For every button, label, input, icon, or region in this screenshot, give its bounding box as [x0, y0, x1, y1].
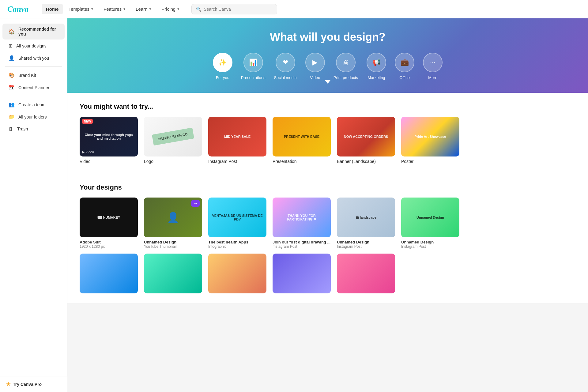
- sidebar-item-recommended[interactable]: 🏠 Recommended for you: [2, 24, 65, 40]
- marketing-icon: 📢: [367, 53, 386, 72]
- search-bar[interactable]: 🔍: [191, 4, 277, 14]
- bottom-design-2[interactable]: [144, 254, 202, 293]
- grid-icon: ⊞: [9, 43, 13, 49]
- more-icon: ···: [423, 53, 443, 72]
- folder-icon: 📁: [9, 114, 15, 120]
- design-card-adobe-suit[interactable]: ⌨ NUMAKEY Adobe Suit 588 x 392 px: [80, 198, 138, 249]
- hero-icon-marketing[interactable]: 📢 Marketing: [367, 53, 386, 80]
- design-unnamed-3-img: Unnamed Design: [401, 198, 459, 237]
- template-card-instagram[interactable]: MID YEAR SALE Instagram Post: [208, 117, 266, 164]
- hero-title: What will you design?: [67, 31, 588, 43]
- hero-active-indicator: [325, 80, 331, 84]
- sidebar-divider-1: [5, 66, 62, 67]
- main-content: What will you design? ✨ For you 📊 Presen…: [67, 18, 588, 392]
- design-adobe-suit-img: ⌨ NUMAKEY: [80, 198, 138, 237]
- hero-category-icons: ✨ For you 📊 Presentations ❤ Social media…: [67, 53, 588, 80]
- person-icon: 👤: [9, 55, 15, 61]
- design-card-menu-button[interactable]: ···: [191, 200, 200, 207]
- design-card-unnamed-2[interactable]: 🏔 landscape Unnamed Design Instagram Pos…: [337, 198, 395, 249]
- bottom-design-3[interactable]: [208, 254, 266, 293]
- sidebar-item-trash[interactable]: 🗑 Trash: [2, 123, 65, 135]
- sidebar-item-brand-kit[interactable]: 🎨 Brand Kit: [2, 69, 65, 81]
- hero-icon-office[interactable]: 💼 Office: [395, 53, 414, 80]
- design-digital-drawing-img: THANK YOU FOR PARTICIPATING ❤: [273, 198, 331, 237]
- design-card-unnamed-1[interactable]: 👤 ··· Unnamed Design YouTube Thumbnail: [144, 198, 202, 249]
- bottom-cards: [80, 254, 576, 293]
- design-card-health-apps[interactable]: VENTAJAS DE UN SISTEMA DE PDV The best h…: [208, 198, 266, 249]
- nav-links: Home Templates▼ Features▼ Learn▼ Pricing…: [42, 4, 184, 14]
- search-input[interactable]: [204, 7, 273, 12]
- design-health-apps-img: VENTAJAS DE UN SISTEMA DE PDV: [208, 198, 266, 237]
- sidebar-divider-2: [5, 96, 62, 96]
- try-section-title: You might want to try...: [80, 103, 576, 111]
- presentations-icon: 📊: [243, 53, 263, 72]
- hero-banner: What will you design? ✨ For you 📊 Presen…: [67, 18, 588, 93]
- hero-icon-for-you[interactable]: ✨ For you: [213, 53, 232, 80]
- new-badge: NEW: [82, 119, 93, 124]
- your-designs-section: Your designs ⌨ NUMAKEY Adobe Suit 1920 x…: [67, 174, 588, 254]
- template-card-poster[interactable]: Pride Art Showcase Poster: [401, 117, 459, 164]
- design-card-unnamed-3[interactable]: Unnamed Design Unnamed Design Instagram …: [401, 198, 459, 249]
- paint-icon: 🎨: [9, 72, 15, 78]
- sidebar-item-create-team[interactable]: 👥 Create a team: [2, 99, 65, 111]
- nav-learn[interactable]: Learn▼: [131, 4, 156, 14]
- social-media-icon: ❤: [276, 53, 295, 72]
- nav-home[interactable]: Home: [42, 4, 63, 14]
- bottom-design-1[interactable]: [80, 254, 138, 293]
- home-icon: 🏠: [9, 29, 15, 35]
- video-icon: ▶: [305, 53, 325, 72]
- template-presentation-img: PRESENT WITH EASE: [273, 117, 331, 156]
- try-section: You might want to try... NEW Clear your …: [67, 93, 588, 174]
- template-card-presentation[interactable]: PRESENT WITH EASE Presentation: [273, 117, 331, 164]
- hero-icon-presentations[interactable]: 📊 Presentations: [241, 53, 266, 80]
- topnav: Canva Home Templates▼ Features▼ Learn▼ P…: [0, 0, 588, 18]
- design-cards-row: ⌨ NUMAKEY Adobe Suit 588 x 392 px 👤 ··…: [80, 198, 576, 249]
- trash-icon: 🗑: [9, 126, 13, 132]
- star-icon: ★: [6, 381, 10, 387]
- template-card-banner[interactable]: NOW ACCEPTING ORDERS Banner (Landscape): [337, 117, 395, 164]
- sidebar-item-content-planner[interactable]: 📅 Content Planner: [2, 81, 65, 93]
- your-designs-title: Your designs: [80, 183, 576, 191]
- template-logo-img: GREEN FRESH CO.: [144, 117, 202, 156]
- template-card-logo[interactable]: GREEN FRESH CO. Logo: [144, 117, 202, 164]
- bottom-img-3: [208, 254, 266, 293]
- hero-icon-print[interactable]: 🖨 Print products: [334, 53, 358, 80]
- print-icon: 🖨: [336, 53, 356, 72]
- bottom-img-5: [337, 254, 395, 293]
- design-unnamed-2-img: 🏔 landscape: [337, 198, 395, 237]
- bottom-img-1: [80, 254, 138, 293]
- nav-pricing[interactable]: Pricing▼: [157, 4, 184, 14]
- template-cards-row: NEW Clear your mind through yoga and med…: [80, 117, 576, 164]
- hero-icon-social-media[interactable]: ❤ Social media: [274, 53, 296, 80]
- sidebar: 🏠 Recommended for you ⊞ All your designs…: [0, 18, 67, 392]
- bottom-designs-row: [67, 254, 588, 303]
- calendar-icon: 📅: [9, 85, 15, 90]
- bottom-design-5[interactable]: [337, 254, 395, 293]
- canva-logo[interactable]: Canva: [7, 4, 32, 15]
- nav-templates[interactable]: Templates▼: [64, 4, 98, 14]
- sidebar-item-all-folders[interactable]: 📁 All your folders: [2, 111, 65, 123]
- page-layout: 🏠 Recommended for you ⊞ All your designs…: [0, 0, 588, 392]
- bottom-img-4: [273, 254, 331, 293]
- team-icon: 👥: [9, 102, 15, 107]
- office-icon: 💼: [395, 53, 414, 72]
- for-you-icon: ✨: [213, 53, 232, 72]
- hero-icon-video[interactable]: ▶ Video: [305, 53, 325, 80]
- search-icon: 🔍: [196, 7, 201, 12]
- bottom-design-4[interactable]: [273, 254, 331, 293]
- hero-icon-more[interactable]: ··· More: [423, 53, 443, 80]
- sidebar-item-all-designs[interactable]: ⊞ All your designs: [2, 40, 65, 52]
- template-banner-img: NOW ACCEPTING ORDERS: [337, 117, 395, 156]
- sidebar-item-shared[interactable]: 👤 Shared with you: [2, 52, 65, 64]
- template-card-video[interactable]: NEW Clear your mind through yoga and med…: [80, 117, 138, 164]
- design-card-digital-drawing[interactable]: THANK YOU FOR PARTICIPATING ❤ Join our f…: [273, 198, 331, 249]
- template-video-img: NEW Clear your mind through yoga and med…: [80, 117, 138, 156]
- template-poster-img: Pride Art Showcase: [401, 117, 459, 156]
- svg-text:Canva: Canva: [7, 5, 28, 13]
- template-instagram-img: MID YEAR SALE: [208, 117, 266, 156]
- bottom-img-2: [144, 254, 202, 293]
- nav-features[interactable]: Features▼: [99, 4, 130, 14]
- try-pro-button[interactable]: ★ Try Canva Pro: [0, 376, 67, 392]
